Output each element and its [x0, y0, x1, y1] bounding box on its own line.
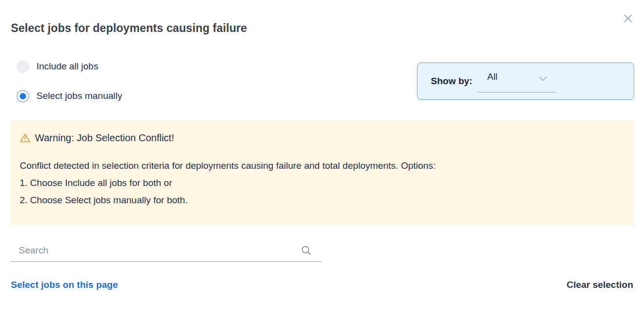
radio-include-all-jobs[interactable]: Include all jobs — [17, 60, 122, 73]
chevron-down-icon — [539, 75, 547, 84]
warning-option-2: 2. Choose Select jobs manually for both. — [20, 191, 622, 209]
show-by-label: Show by: — [431, 76, 472, 87]
clear-selection-button[interactable]: Clear selection — [567, 279, 633, 290]
job-selection-radio-group: Include all jobs Select jobs manually — [17, 60, 122, 119]
warning-header: Warning: Job Selection Conflict! — [20, 131, 622, 144]
show-by-panel: Show by: All — [417, 62, 634, 100]
show-by-selected-value: All — [487, 71, 497, 82]
page-title: Select jobs for deployments causing fail… — [11, 22, 247, 35]
warning-option-1: 1. Choose Include all jobs for both or — [20, 174, 622, 191]
select-jobs-on-page-link[interactable]: Select jobs on this page — [11, 279, 118, 290]
search-field — [11, 239, 322, 262]
radio-button-icon[interactable] — [17, 90, 29, 102]
radio-label: Include all jobs — [36, 61, 98, 72]
warning-description: Conflict detected in selection criteria … — [20, 157, 622, 174]
radio-select-jobs-manually[interactable]: Select jobs manually — [17, 90, 122, 102]
search-input[interactable] — [11, 245, 301, 256]
warning-title: Warning: Job Selection Conflict! — [35, 132, 174, 144]
search-icon[interactable] — [301, 245, 312, 256]
footer-actions: Select jobs on this page Clear selection — [11, 279, 633, 290]
radio-label: Select jobs manually — [36, 91, 122, 101]
warning-body: Conflict detected in selection criteria … — [20, 157, 622, 209]
warning-banner: Warning: Job Selection Conflict! Conflic… — [11, 121, 634, 225]
show-by-dropdown[interactable]: All — [477, 68, 556, 93]
radio-button-icon[interactable] — [17, 61, 29, 73]
close-icon[interactable] — [622, 13, 633, 24]
warning-triangle-icon — [20, 133, 31, 143]
select-jobs-modal: Select jobs for deployments causing fail… — [0, 0, 644, 310]
